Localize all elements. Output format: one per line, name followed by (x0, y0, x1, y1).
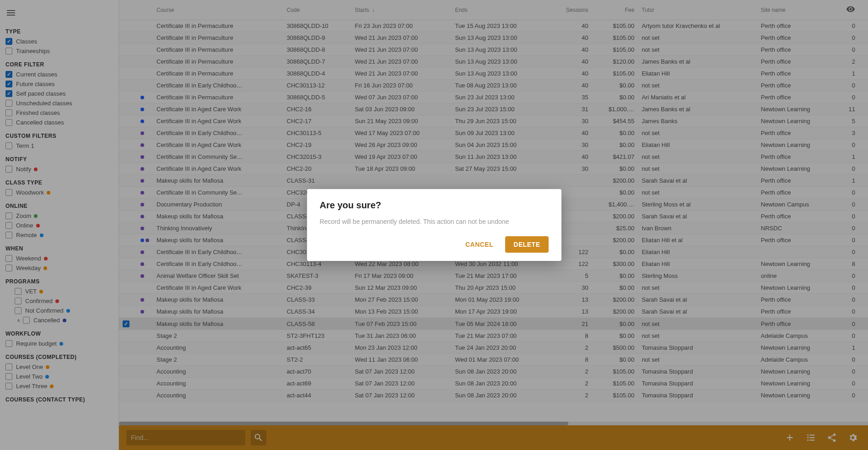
delete-button[interactable]: DELETE (505, 236, 548, 253)
dialog-body: Record will be permanently deleted. This… (320, 218, 549, 225)
modal-overlay: Are you sure? Record will be permanently… (0, 0, 868, 450)
cancel-button[interactable]: CANCEL (459, 236, 500, 253)
confirm-dialog: Are you sure? Record will be permanently… (307, 189, 561, 261)
dialog-title: Are you sure? (320, 200, 549, 211)
